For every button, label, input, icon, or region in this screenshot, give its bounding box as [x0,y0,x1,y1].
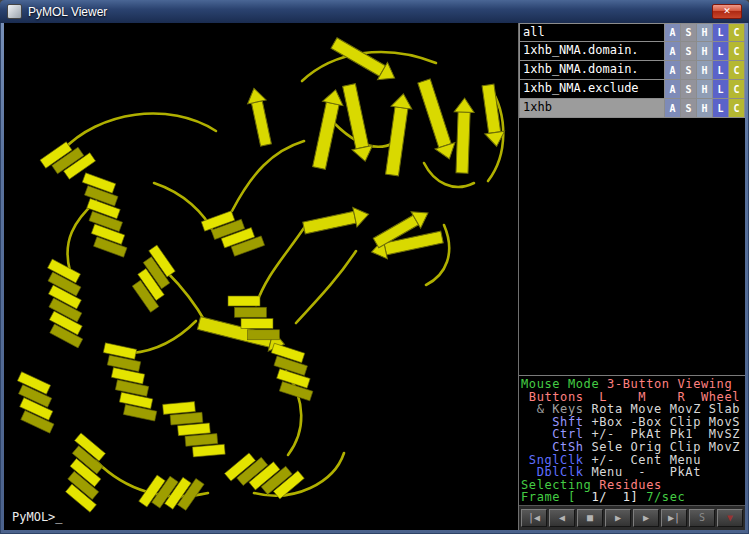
object-name[interactable]: 1xhb_NMA.domain. [519,41,665,61]
step-forward-button[interactable]: ▶ [633,509,659,527]
label-button[interactable]: L [712,79,729,99]
sidebar: all A S H L C 1xhb_NMA.domain. A S H L C… [518,23,745,530]
color-button[interactable]: C [728,98,745,118]
object-row: 1xhb_NMA.exclude A S H L C [519,80,745,99]
hide-button[interactable]: H [696,79,713,99]
panel-toggle-button[interactable]: ▼ [717,509,743,527]
color-button[interactable]: C [728,23,745,42]
show-button[interactable]: S [680,23,697,42]
frame-line: Frame [ 1/ 1] 7/sec [521,491,743,504]
action-button[interactable]: A [664,98,681,118]
close-button[interactable]: ✕ [712,4,742,19]
pymol-window: PyMOL Viewer ✕ PyMOL>_ all A S H L C 1xh… [0,0,749,534]
object-name[interactable]: 1xhb_NMA.exclude [519,79,665,99]
object-row: all A S H L C [519,23,745,42]
color-button[interactable]: C [728,41,745,61]
action-button[interactable]: A [664,60,681,80]
object-name[interactable]: all [519,23,665,42]
label-button[interactable]: L [712,60,729,80]
color-button[interactable]: C [728,79,745,99]
hide-button[interactable]: H [696,60,713,80]
viewport-3d[interactable]: PyMOL>_ [4,23,518,530]
object-name-selected[interactable]: 1xhb [519,98,665,118]
hide-button[interactable]: H [696,41,713,61]
command-prompt[interactable]: PyMOL>_ [12,510,63,524]
show-button[interactable]: S [680,79,697,99]
mouse-help-panel: Mouse Mode 3-Button Viewing Buttons L M … [519,375,745,505]
object-list: all A S H L C 1xhb_NMA.domain. A S H L C… [519,23,745,118]
app-icon [7,4,22,19]
scene-button[interactable]: S [689,509,715,527]
object-row: 1xhb A S H L C [519,99,745,118]
hide-button[interactable]: H [696,98,713,118]
object-name[interactable]: 1xhb_NMA.domain. [519,60,665,80]
action-button[interactable]: A [664,23,681,42]
rewind-button[interactable]: |◀ [521,509,547,527]
show-button[interactable]: S [680,41,697,61]
label-button[interactable]: L [712,23,729,42]
label-button[interactable]: L [712,98,729,118]
action-button[interactable]: A [664,41,681,61]
show-button[interactable]: S [680,60,697,80]
step-back-button[interactable]: ◀ [549,509,575,527]
action-button[interactable]: A [664,79,681,99]
sidebar-spacer [519,118,745,375]
help-seg: 7/sec [646,490,685,504]
hide-button[interactable]: H [696,23,713,42]
help-seg: 1/ 1] [576,490,646,504]
skip-end-button[interactable]: ▶| [661,509,687,527]
protein-structure [4,23,518,530]
color-button[interactable]: C [728,60,745,80]
movie-controls: |◀ ◀ ■ ▶ ▶ ▶| S ▼ [519,505,745,530]
client-area: PyMOL>_ all A S H L C 1xhb_NMA.domain. A… [4,23,745,530]
help-seg: Frame [ [521,490,576,504]
titlebar[interactable]: PyMOL Viewer ✕ [0,0,749,23]
show-button[interactable]: S [680,98,697,118]
label-button[interactable]: L [712,41,729,61]
play-button[interactable]: ▶ [605,509,631,527]
object-row: 1xhb_NMA.domain. A S H L C [519,61,745,80]
window-title: PyMOL Viewer [28,5,107,19]
object-row: 1xhb_NMA.domain. A S H L C [519,42,745,61]
stop-button[interactable]: ■ [577,509,603,527]
